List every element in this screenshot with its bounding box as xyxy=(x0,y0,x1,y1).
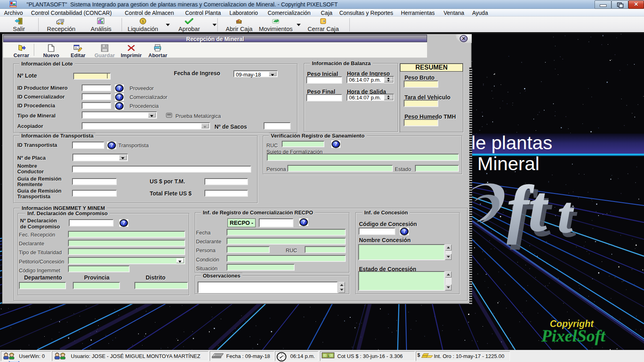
svg-text:$: $ xyxy=(142,19,144,23)
svg-text:$: $ xyxy=(417,352,420,358)
svg-text:Mineral: Mineral xyxy=(477,153,539,174)
svg-text:$: $ xyxy=(327,354,329,358)
svg-text:PixelSoft: PixelSoft xyxy=(541,327,606,345)
svg-text:ft: ft xyxy=(507,173,548,245)
svg-text:le plantas: le plantas xyxy=(471,132,552,153)
svg-text:t: t xyxy=(558,186,574,243)
